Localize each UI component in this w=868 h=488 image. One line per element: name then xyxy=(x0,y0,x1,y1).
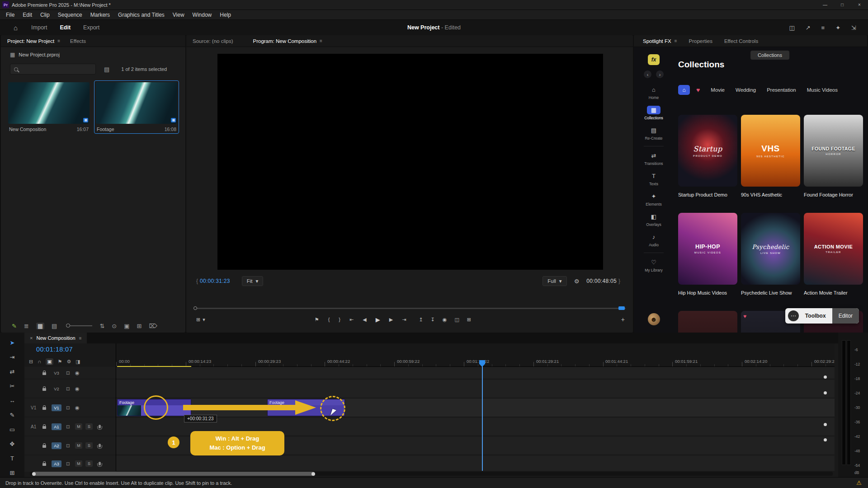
filter-favorites-icon[interactable]: ♥ xyxy=(696,86,700,94)
chat-icon[interactable]: ⋯ xyxy=(788,310,799,321)
sync-lock-icon[interactable]: ⊡ xyxy=(66,371,75,375)
maximize-button[interactable]: □ xyxy=(834,0,851,9)
timeline-horizontal-scrollbar[interactable] xyxy=(30,472,833,476)
filter-presentation[interactable]: Presentation xyxy=(767,87,796,93)
lock-icon[interactable] xyxy=(42,462,52,466)
icon-view-icon[interactable]: ▦ xyxy=(36,323,44,329)
zoom-level-dropdown[interactable]: Fit▾ xyxy=(242,276,264,286)
monitor-playhead[interactable] xyxy=(618,306,625,310)
add-marker-icon[interactable]: ⚑ xyxy=(58,359,62,365)
tab-effects[interactable]: Effects xyxy=(70,38,86,44)
close-button[interactable]: × xyxy=(851,0,868,9)
template-thumbnail[interactable]: HIP-HOPMUSIC VIDEOS xyxy=(678,213,737,285)
template-card[interactable]: FOUND FOOTAGEHORROR Found Footage Horror xyxy=(804,115,863,197)
current-timecode[interactable]: 00:00:31:23 xyxy=(200,278,230,284)
toolbox-button[interactable]: Toolbox xyxy=(799,313,832,319)
template-thumbnail[interactable]: ACTION MOVIETRAILER xyxy=(804,213,863,285)
template-card[interactable]: HIP-HOPMUSIC VIDEOS Hip Hop Music Videos xyxy=(678,213,737,296)
filter-movie[interactable]: Movie xyxy=(711,87,725,93)
voiceover-record-icon[interactable] xyxy=(99,462,101,465)
timeline-timecode[interactable]: 00:01:18:07 xyxy=(36,346,73,353)
template-card[interactable]: StartupPRODUCT DEMO Startup Product Demo xyxy=(678,115,737,197)
mute-button[interactable]: M xyxy=(75,442,82,449)
fx-nav-my-library[interactable]: ♡My Library xyxy=(637,255,671,276)
razor-tool-icon[interactable]: ✂ xyxy=(10,383,15,389)
track-target-v3[interactable]: V3 xyxy=(52,370,61,376)
mute-button[interactable]: M xyxy=(75,423,82,430)
sync-lock-icon[interactable]: ⊡ xyxy=(66,443,75,448)
scrollbar-handle[interactable] xyxy=(33,472,315,476)
template-thumbnail[interactable]: FOUND FOOTAGEHORROR xyxy=(804,115,863,187)
menu-markers[interactable]: Markers xyxy=(86,12,114,18)
go-to-out-icon[interactable]: ⇥ xyxy=(402,317,406,323)
rectangle-tool-icon[interactable]: ▭ xyxy=(9,427,15,433)
project-writable-icon[interactable]: ✎ xyxy=(12,323,17,329)
tab-properties[interactable]: Properties xyxy=(689,38,712,44)
add-button-icon[interactable]: + xyxy=(621,316,625,323)
warning-icon[interactable]: ⚠ xyxy=(856,479,868,486)
source-patch-video[interactable]: V1 xyxy=(31,405,42,410)
collections-view-button[interactable]: Collections xyxy=(750,51,789,60)
freeform-view-icon[interactable]: ▤ xyxy=(52,323,57,329)
track-lane-v3[interactable] xyxy=(116,367,835,379)
solo-button[interactable]: S xyxy=(85,442,93,449)
search-input[interactable] xyxy=(22,66,90,72)
sync-lock-icon[interactable]: ⊡ xyxy=(66,386,75,391)
track-target-a2[interactable]: A2 xyxy=(52,442,61,449)
button-editor-icon[interactable]: ⊞▾ xyxy=(196,317,205,323)
selection-tool-icon[interactable]: ➤ xyxy=(10,340,15,346)
solo-button[interactable]: S xyxy=(85,423,93,430)
tab-export[interactable]: Export xyxy=(83,24,99,31)
home-icon[interactable]: ⌂ xyxy=(14,24,18,32)
panel-menu-icon[interactable]: ≡ xyxy=(57,38,60,43)
step-forward-icon[interactable]: ▶ xyxy=(389,317,393,323)
track-scroll-handle[interactable] xyxy=(824,423,827,426)
tab-effect-controls[interactable]: Effect Controls xyxy=(724,38,758,44)
new-bin-icon[interactable]: ▣ xyxy=(124,323,129,329)
item-thumbnail[interactable]: ▦ xyxy=(96,82,177,124)
playhead-line[interactable] xyxy=(482,366,483,471)
filter-all-icon[interactable]: ⌂ xyxy=(678,85,690,95)
track-scroll-handle[interactable] xyxy=(824,375,827,379)
template-card-partial[interactable] xyxy=(678,311,737,333)
tab-project[interactable]: Project: New Project ≡ xyxy=(7,38,60,44)
workspaces-icon[interactable]: ◫ xyxy=(789,24,794,31)
sort-icon[interactable]: ⇅ xyxy=(99,323,104,329)
snap-toggle-icon[interactable]: ∩ xyxy=(38,359,41,364)
fx-nav-transitions[interactable]: ⇄Transitions xyxy=(637,149,671,169)
play-button-icon[interactable]: ▶ xyxy=(376,316,380,323)
fx-nav-recreate[interactable]: ▤Re-Create xyxy=(637,123,671,144)
quick-actions-icon[interactable]: ✦ xyxy=(835,24,840,31)
solo-button[interactable]: S xyxy=(85,460,93,467)
track-lane-a3[interactable] xyxy=(116,455,835,471)
editor-button[interactable]: Editor xyxy=(832,308,859,324)
tab-spotlight-fx[interactable]: Spotlight FX ≡ xyxy=(643,38,677,44)
automate-to-sequence-icon[interactable]: ⊙ xyxy=(112,323,117,329)
lift-icon[interactable]: ↥ xyxy=(419,317,423,323)
thumbnail-zoom-slider[interactable] xyxy=(67,325,92,326)
panel-menu-icon[interactable]: ≡ xyxy=(320,38,322,43)
captions-menu-icon[interactable]: ◨ xyxy=(75,359,80,365)
voiceover-record-icon[interactable] xyxy=(99,444,101,447)
panel-menu-icon[interactable]: ≡ xyxy=(79,336,82,341)
hand-tool-icon[interactable]: ✥ xyxy=(10,441,15,447)
lock-icon[interactable] xyxy=(42,371,52,375)
add-marker-icon[interactable]: ⚑ xyxy=(315,317,319,323)
zoom-slider-handle[interactable] xyxy=(66,324,70,328)
item-thumbnail[interactable]: ▦ xyxy=(8,82,90,124)
fx-nav-elements[interactable]: ✦Elements xyxy=(637,189,671,210)
tab-program-monitor[interactable]: Program: New Composition ≡ xyxy=(253,38,322,44)
list-view-icon[interactable]: ≣ xyxy=(24,323,29,329)
timeline-tab[interactable]: × New Composition ≡ xyxy=(24,333,87,343)
template-card[interactable]: VHS90S AESTHETIC 90s VHS Aesthetic xyxy=(741,115,800,197)
track-lane-v2[interactable] xyxy=(116,380,835,398)
user-avatar[interactable]: ☻ xyxy=(648,313,660,325)
menu-clip[interactable]: Clip xyxy=(36,12,54,18)
mark-out-icon[interactable]: } xyxy=(339,317,340,322)
tab-source-monitor[interactable]: Source: (no clips) xyxy=(193,38,233,44)
panel-menu-icon[interactable]: ≡ xyxy=(675,38,677,43)
track-target-v2[interactable]: V2 xyxy=(52,385,61,392)
track-output-icon[interactable]: ◉ xyxy=(75,386,84,392)
template-thumbnail[interactable]: StartupPRODUCT DEMO xyxy=(678,115,737,187)
new-item-icon[interactable]: ⊞ xyxy=(137,323,142,329)
